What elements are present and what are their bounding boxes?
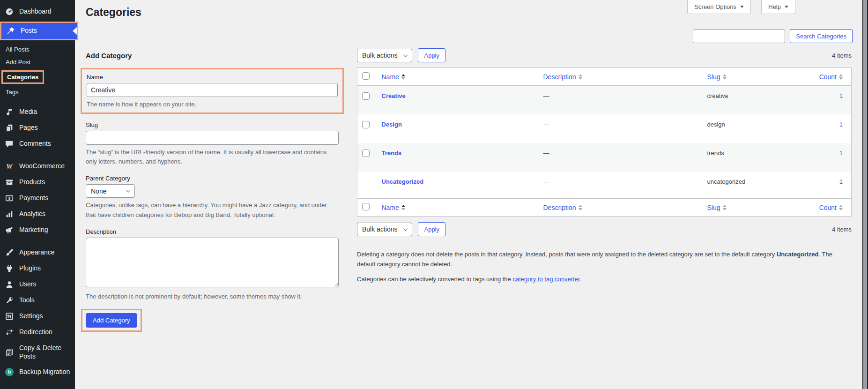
description-value: — [543,178,549,185]
select-all-checkbox[interactable] [362,72,370,80]
slug-value: creative [707,92,729,99]
slug-field-group: Slug The “slug” is the URL-friendly vers… [86,121,339,166]
table-header-row: Name Description Slug Count [357,68,852,86]
column-header-description[interactable]: Description [539,199,703,217]
category-name-link[interactable]: Trends [382,150,402,157]
svg-text:$: $ [8,196,11,201]
sidebar-item-label: Dashboard [19,7,52,16]
column-header-description[interactable]: Description [539,68,703,86]
parent-category-select[interactable]: None [86,184,135,198]
sort-arrows-icon [839,74,843,80]
plugins-icon [5,264,14,273]
select-all-checkbox[interactable] [362,203,370,210]
sidebar-item-dashboard[interactable]: Dashboard [0,4,75,20]
pushpin-icon [6,27,15,35]
slug-label: Slug [86,121,339,128]
category-name-link[interactable]: Creative [382,92,406,99]
add-category-button[interactable]: Add Category [86,313,137,328]
sidebar-item-products[interactable]: Products [0,174,75,190]
slug-value: trends [707,150,724,157]
sidebar-item-woocommerce[interactable]: W WooCommerce [0,158,75,174]
sidebar-item-settings[interactable]: Settings [0,308,75,324]
column-header-slug[interactable]: Slug [703,68,803,86]
sidebar-item-mypopups[interactable]: MyPopUps [0,387,75,389]
count-link[interactable]: 1 [839,150,843,157]
slug-field[interactable] [86,131,339,145]
chevron-down-icon [126,188,131,193]
count-link[interactable]: 1 [839,178,843,185]
sidebar-item-analytics[interactable]: Analytics [0,206,75,222]
analytics-icon [5,210,14,218]
sort-arrows-icon [839,205,843,210]
dashboard-icon [5,7,14,16]
apply-button[interactable]: Apply [418,222,445,236]
parent-category-help-text: Categories, unlike tags, can have a hier… [86,201,339,219]
sidebar-item-marketing[interactable]: Marketing [0,222,75,238]
menu-separator [0,152,75,158]
column-header-count[interactable]: Count [803,68,852,86]
scrollbar-thumb[interactable] [863,0,867,389]
sidebar-item-appearance[interactable]: Appearance [0,245,75,261]
sidebar-item-posts[interactable]: Posts [1,23,77,39]
products-icon [5,178,14,187]
column-header-slug[interactable]: Slug [703,199,803,217]
bulk-actions-select[interactable]: Bulk actions [357,223,412,236]
vertical-scrollbar[interactable] [862,0,868,389]
sidebar-item-redirection[interactable]: Redirection [0,324,75,340]
sidebar-item-comments[interactable]: Comments [0,136,75,152]
active-arrow-icon [73,27,77,35]
name-help-text: The name is how it appears on your site. [87,100,338,109]
chevron-down-icon [403,52,408,57]
sidebar-item-users[interactable]: Users [0,277,75,292]
tools-icon [5,296,14,305]
description-value: — [543,121,549,128]
appearance-icon [5,248,14,257]
convert-note: Categories can be selectively converted … [357,274,852,284]
sidebar-item-all-posts[interactable]: All Posts [0,43,75,56]
row-checkbox[interactable] [362,121,370,128]
column-header-name[interactable]: Name [377,199,539,217]
screen-options-button[interactable]: Screen Options [687,0,751,14]
sort-arrows-icon [723,205,727,210]
backup-icon: b [5,368,14,376]
description-help-text: The description is not prominent by defa… [86,292,339,301]
description-value: — [543,150,549,157]
marketing-icon [5,226,14,234]
media-icon [5,108,14,116]
row-checkbox[interactable] [362,92,370,100]
annotation-box-name-field: Name The name is how it appears on your … [81,68,344,114]
annotation-box-add-category: Add Category [81,309,142,332]
bulk-actions-select[interactable]: Bulk actions [357,49,412,62]
sidebar-item-payments[interactable]: $ Payments [0,190,75,206]
column-header-count[interactable]: Count [803,199,852,217]
count-link[interactable]: 1 [839,92,843,99]
caret-down-icon [785,6,788,8]
sidebar-item-plugins[interactable]: Plugins [0,261,75,277]
category-to-tag-converter-link[interactable]: category to tag converter [512,276,579,283]
help-button[interactable]: Help [761,0,795,14]
category-name-link[interactable]: Design [382,121,402,128]
table-toolbar-top: Bulk actions Apply 4 items [357,48,852,62]
description-group: Description The description is not promi… [86,228,339,301]
search-categories-button[interactable]: Search Categories [790,29,853,43]
search-input[interactable] [693,30,785,43]
sidebar-item-add-post[interactable]: Add Post [0,56,75,68]
description-field[interactable] [86,238,339,287]
column-header-name[interactable]: Name [377,68,539,86]
sidebar-item-tags[interactable]: Tags [0,86,75,98]
sidebar-item-tools[interactable]: Tools [0,292,75,308]
sidebar-item-copy-delete-posts[interactable]: Copy & Delete Posts [0,340,75,364]
sidebar-item-categories[interactable]: Categories [0,68,75,86]
name-field[interactable] [87,83,338,97]
page-title: Categories [86,6,141,19]
sidebar-item-pages[interactable]: Pages [0,120,75,136]
category-name-link[interactable]: Uncategorized [382,178,424,185]
search-row: Search Categories [693,29,853,43]
row-checkbox[interactable] [362,150,370,157]
count-link[interactable]: 1 [839,121,843,128]
apply-button[interactable]: Apply [418,48,445,62]
sidebar-item-backup-migration[interactable]: b Backup Migration [0,364,75,380]
sidebar-item-media[interactable]: Media [0,104,75,120]
table-notes: Deleting a category does not delete the … [357,249,852,284]
table-row: Uncategorized — uncategorized 1 [357,172,852,199]
